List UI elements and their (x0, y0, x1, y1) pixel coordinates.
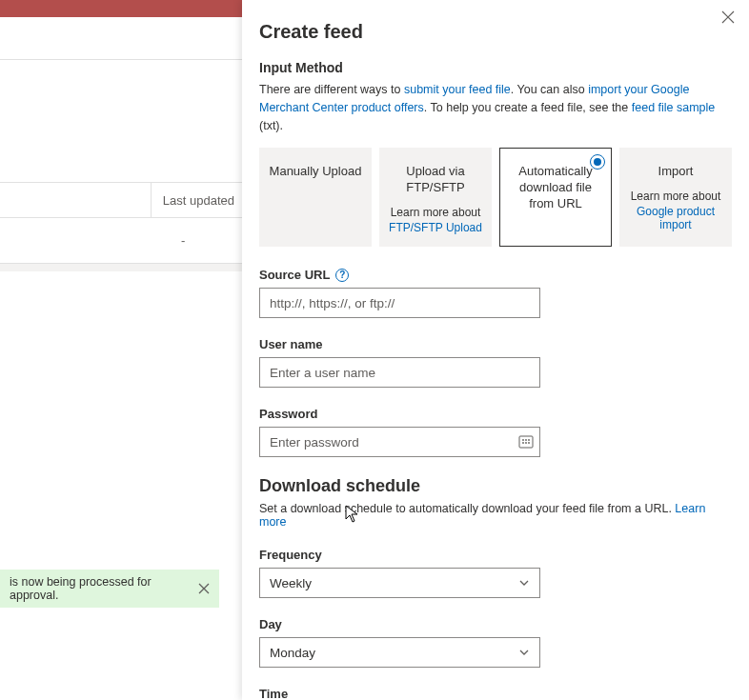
password-input[interactable] (259, 427, 540, 457)
input-method-tiles: Manually Upload Upload via FTP/SFTP Lear… (259, 148, 732, 247)
tile-subtext: Learn more about (391, 206, 481, 219)
frequency-value: Weekly (270, 576, 312, 590)
close-icon (720, 10, 736, 25)
svg-point-3 (528, 439, 530, 441)
desc-text: Set a download schedule to automatically… (259, 502, 675, 515)
field-source-url: Source URL ? (259, 268, 732, 318)
source-url-input[interactable] (259, 288, 540, 318)
help-text: . You can also (511, 83, 588, 96)
close-icon (198, 583, 210, 594)
day-label: Day (259, 617, 732, 631)
chevron-down-icon (518, 647, 530, 658)
frequency-select[interactable]: Weekly (259, 568, 540, 598)
download-schedule-heading: Download schedule (259, 476, 732, 496)
tile-title: Automatically download file from URL (508, 164, 603, 212)
tile-title: Manually Upload (270, 164, 362, 180)
approval-toast: is now being processed for approval. (0, 570, 219, 608)
page-header-stripe (0, 0, 242, 17)
password-label: Password (259, 407, 732, 421)
field-username: User name (259, 337, 732, 388)
help-text: There are different ways to (259, 83, 404, 96)
tile-subtext: Learn more about (631, 190, 721, 203)
chevron-down-icon (518, 577, 530, 589)
label-text: Source URL (259, 268, 330, 282)
col-last-updated: Last updated (152, 193, 242, 208)
tile-title: Import (658, 164, 694, 180)
tile-manual-upload[interactable]: Manually Upload (259, 148, 372, 247)
field-time: Time (259, 687, 732, 700)
help-text: (txt). (259, 119, 283, 132)
field-password: Password (259, 407, 732, 457)
input-method-heading: Input Method (259, 60, 732, 75)
svg-point-1 (522, 439, 524, 441)
time-label: Time (259, 687, 732, 700)
tile-import[interactable]: Import Learn more about Google product i… (619, 148, 732, 247)
username-label: User name (259, 337, 732, 351)
feed-file-sample-link[interactable]: feed file sample (632, 101, 716, 114)
create-feed-panel: Create feed Input Method There are diffe… (242, 0, 749, 700)
panel-close-button[interactable] (720, 10, 736, 25)
page-divider (0, 55, 242, 60)
cell-last-updated: - (181, 233, 185, 248)
svg-point-2 (525, 439, 527, 441)
username-input[interactable] (259, 357, 540, 388)
google-import-learn-more-link[interactable]: Google product import (628, 205, 723, 231)
page-gray-band (0, 264, 242, 271)
source-url-label: Source URL ? (259, 268, 732, 282)
download-schedule-desc: Set a download schedule to automatically… (259, 502, 732, 529)
input-method-help: There are different ways to submit your … (259, 81, 732, 134)
svg-point-4 (522, 442, 524, 444)
field-frequency: Frequency Weekly (259, 548, 732, 598)
tile-ftp-sftp[interactable]: Upload via FTP/SFTP Learn more about FTP… (379, 148, 492, 247)
svg-rect-0 (519, 436, 533, 448)
keypad-icon (517, 433, 535, 450)
day-select[interactable]: Monday (259, 637, 540, 668)
help-icon[interactable]: ? (335, 269, 349, 282)
tile-title: Upload via FTP/SFTP (388, 164, 483, 196)
ftp-sftp-learn-more-link[interactable]: FTP/SFTP Upload (389, 221, 482, 234)
day-value: Monday (270, 646, 315, 660)
table-row: - (0, 218, 242, 264)
tile-auto-download-url[interactable]: Automatically download file from URL (499, 148, 612, 247)
frequency-label: Frequency (259, 548, 732, 562)
submit-feed-file-link[interactable]: submit your feed file (404, 83, 511, 96)
table-header: Last updated (0, 182, 242, 218)
toast-message: is now being processed for approval. (10, 575, 198, 602)
svg-point-6 (528, 442, 530, 444)
password-reveal-button[interactable] (517, 433, 535, 450)
field-day: Day Monday (259, 617, 732, 668)
panel-title: Create feed (259, 21, 732, 43)
svg-point-5 (525, 442, 527, 444)
help-text: . To help you create a feed file, see th… (424, 101, 632, 114)
toast-close-button[interactable] (198, 583, 210, 594)
